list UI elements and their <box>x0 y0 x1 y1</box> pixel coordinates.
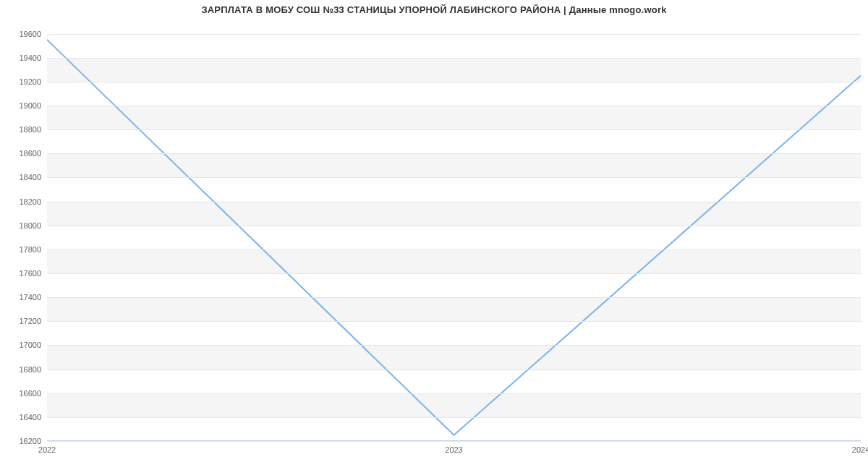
line-series <box>47 22 861 441</box>
plot-area: 1620016400166001680017000172001740017600… <box>47 22 861 441</box>
y-tick-label: 19000 <box>19 101 41 110</box>
gridline-y <box>47 321 861 322</box>
y-tick-label: 18000 <box>19 221 41 230</box>
gridline-y <box>47 226 861 226</box>
y-tick-label: 19400 <box>19 54 41 62</box>
y-tick-label: 17800 <box>19 245 41 254</box>
gridline-y <box>47 393 861 394</box>
y-tick-label: 17600 <box>19 269 41 278</box>
gridline-y <box>47 82 861 82</box>
y-tick-label: 19200 <box>19 77 41 86</box>
x-axis-line <box>47 440 861 441</box>
y-tick-label: 16400 <box>19 413 41 422</box>
gridline-y <box>47 34 861 35</box>
gridline-y <box>47 177 861 178</box>
x-tick-label: 2023 <box>445 445 462 454</box>
y-tick-label: 17200 <box>19 317 41 325</box>
chart-title: ЗАРПЛАТА В МОБУ СОШ №33 СТАНИЦЫ УПОРНОЙ … <box>0 4 868 15</box>
x-tick-label: 2022 <box>38 445 56 454</box>
y-tick-label: 18800 <box>19 125 41 134</box>
gridline-y <box>47 249 861 250</box>
y-tick-label: 16800 <box>19 365 41 374</box>
gridline-y <box>47 297 861 298</box>
gridline-y <box>47 417 861 418</box>
y-tick-label: 16600 <box>19 389 41 398</box>
x-tick-label: 2024 <box>852 445 868 454</box>
y-tick-label: 17400 <box>19 293 41 302</box>
series-line <box>47 40 861 435</box>
gridline-y <box>47 129 861 130</box>
gridline-y <box>47 273 861 274</box>
y-tick-label: 18200 <box>19 197 41 206</box>
gridline-y <box>47 58 861 59</box>
gridline-y <box>47 369 861 370</box>
y-tick-label: 19600 <box>19 30 41 38</box>
y-tick-label: 18400 <box>19 173 41 181</box>
gridline-y <box>47 106 861 106</box>
gridline-y <box>47 202 861 202</box>
gridline-y <box>47 153 861 154</box>
y-tick-label: 17000 <box>19 341 41 349</box>
y-tick-label: 18600 <box>19 149 41 158</box>
gridline-y <box>47 441 861 442</box>
chart-container: ЗАРПЛАТА В МОБУ СОШ №33 СТАНИЦЫ УПОРНОЙ … <box>0 0 868 470</box>
gridline-y <box>47 345 861 346</box>
y-tick-label: 16200 <box>19 437 41 445</box>
